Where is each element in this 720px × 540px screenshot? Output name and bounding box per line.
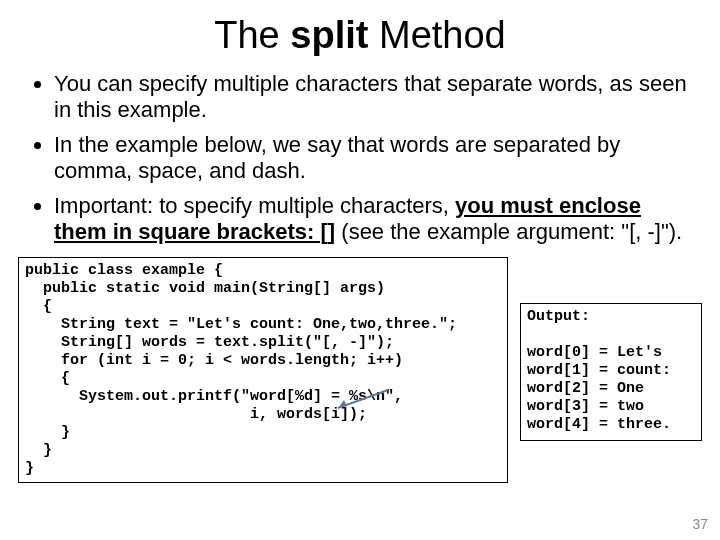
page-title: The split Method (18, 14, 702, 57)
slide-number: 37 (692, 516, 708, 532)
bullet-3: Important: to specify multiple character… (54, 193, 692, 246)
bullet-list: You can specify multiple characters that… (18, 71, 702, 245)
bullet-1: You can specify multiple characters that… (54, 71, 692, 124)
bullet-2: In the example below, we say that words … (54, 132, 692, 185)
code-box: public class example { public static voi… (18, 257, 508, 483)
title-pre: The (214, 14, 290, 56)
title-post: Method (368, 14, 505, 56)
bullet-3-lead: Important: to specify multiple character… (54, 193, 455, 218)
title-strong: split (290, 14, 368, 56)
slide: The split Method You can specify multipl… (0, 0, 720, 540)
bullet-3-tail: (see the example argument: "[, -]"). (335, 219, 682, 244)
output-box: Output: word[0] = Let's word[1] = count:… (520, 303, 702, 441)
lower-row: public class example { public static voi… (18, 257, 702, 483)
